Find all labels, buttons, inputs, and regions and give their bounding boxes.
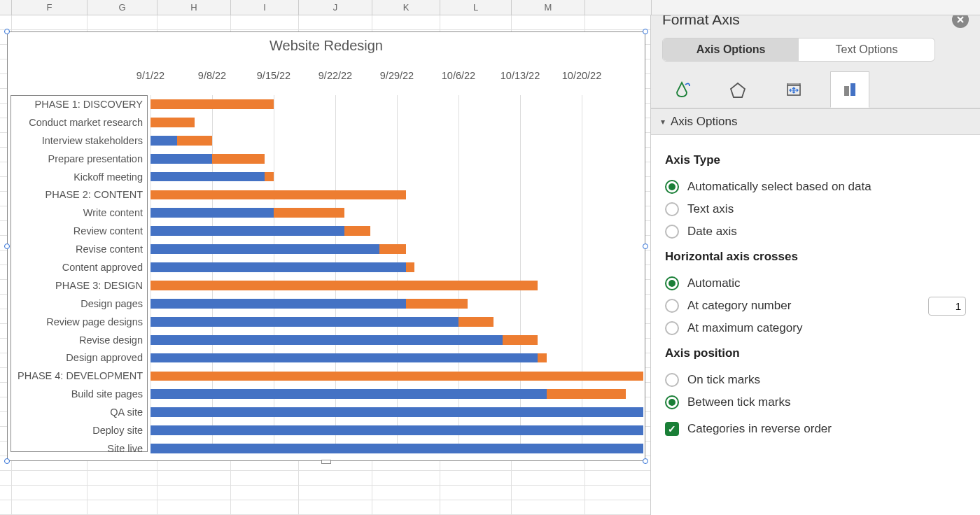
x-axis-label[interactable]: 9/22/22 — [318, 70, 352, 81]
bar-row[interactable] — [150, 258, 642, 276]
x-axis-label[interactable]: 10/6/22 — [442, 70, 475, 81]
radio-axis-type-auto[interactable]: Automatically select based on data — [665, 176, 966, 198]
radio-label: Text axis — [687, 202, 734, 216]
axis-option-icon-tabs — [662, 71, 969, 108]
effects-icon[interactable] — [718, 71, 757, 108]
size-properties-icon[interactable] — [774, 71, 813, 108]
radio-icon — [665, 395, 679, 409]
radio-icon — [665, 180, 679, 194]
resize-handle-tl[interactable] — [4, 29, 10, 34]
x-axis-label[interactable]: 9/8/22 — [198, 70, 226, 81]
bar-row[interactable] — [150, 240, 642, 258]
category-label[interactable]: Design pages — [11, 295, 147, 313]
bar-row[interactable] — [150, 349, 642, 367]
bar-row[interactable] — [150, 421, 642, 439]
column-header[interactable]: M — [512, 0, 585, 15]
category-label[interactable]: Design approved — [11, 349, 147, 367]
column-header[interactable]: I — [231, 0, 299, 15]
bar-row[interactable] — [150, 313, 642, 331]
category-label[interactable]: PHASE 4: DEVELOPMENT — [11, 367, 147, 386]
resize-handle-mr[interactable] — [643, 244, 648, 249]
value-axis[interactable]: 9/1/229/8/229/15/229/22/229/29/2210/6/22… — [150, 66, 642, 95]
bar-row[interactable] — [150, 222, 642, 240]
category-label[interactable]: Conduct market research — [11, 114, 147, 132]
radio-axis-type-text[interactable]: Text axis — [665, 198, 966, 220]
bar-row[interactable] — [150, 439, 642, 458]
category-label[interactable]: Revise content — [11, 241, 147, 259]
category-axis[interactable]: PHASE 1: DISCOVERYConduct market researc… — [10, 95, 148, 452]
category-label[interactable]: PHASE 1: DISCOVERY — [11, 96, 147, 114]
section-axis-options-body: Axis Type Automatically select based on … — [651, 135, 980, 449]
radio-axis-type-date[interactable]: Date axis — [665, 220, 966, 243]
column-header[interactable]: H — [158, 0, 231, 15]
bar-row[interactable] — [150, 150, 642, 168]
bar-row[interactable] — [150, 295, 642, 313]
column-header[interactable]: J — [299, 0, 372, 15]
plot-grid — [150, 95, 642, 452]
crosses-title: Horizontal axis crosses — [665, 250, 966, 264]
crosses-catnum-input[interactable] — [928, 297, 966, 316]
checkbox-cat-reverse[interactable]: ✓ Categories in reverse order — [665, 418, 966, 440]
x-axis-label[interactable]: 9/1/22 — [136, 70, 164, 81]
category-label[interactable]: Revise design — [11, 332, 147, 350]
bar-row[interactable] — [150, 204, 642, 222]
bar-row[interactable] — [150, 95, 642, 113]
category-label[interactable]: PHASE 2: CONTENT — [11, 186, 147, 204]
radio-crosses-max[interactable]: At maximum category — [665, 317, 966, 339]
bar-row[interactable] — [150, 113, 642, 132]
x-axis-label[interactable]: 10/13/22 — [500, 70, 540, 81]
tab-text-options[interactable]: Text Options — [799, 38, 934, 61]
category-label[interactable]: PHASE 3: DESIGN — [11, 277, 147, 295]
bar-row[interactable] — [150, 186, 642, 204]
category-label[interactable]: Deploy site — [11, 422, 147, 440]
radio-crosses-auto[interactable]: Automatic — [665, 272, 966, 295]
bar-row[interactable] — [150, 385, 642, 403]
radio-axispos-between[interactable]: Between tick marks — [665, 391, 966, 414]
x-axis-label[interactable]: 9/29/22 — [380, 70, 414, 81]
bar-row[interactable] — [150, 331, 642, 349]
chart-object[interactable]: Website Redesign PHASE 1: DISCOVERYCondu… — [7, 31, 645, 461]
category-label[interactable]: Prepare presentation — [11, 150, 147, 169]
bar-row[interactable] — [150, 132, 642, 150]
category-label[interactable]: Content approved — [11, 259, 147, 277]
resize-handle-bottom[interactable] — [321, 460, 331, 464]
x-axis-label[interactable]: 10/20/22 — [562, 70, 601, 81]
category-label[interactable]: Kickoff meeting — [11, 169, 147, 187]
axis-type-title: Axis Type — [665, 153, 966, 167]
category-label[interactable]: Interview stakeholders — [11, 132, 147, 150]
category-label[interactable]: Build site pages — [11, 386, 147, 404]
category-label[interactable]: Review content — [11, 223, 147, 241]
column-header[interactable]: K — [372, 0, 440, 15]
bar-row[interactable] — [150, 403, 642, 421]
svg-rect-3 — [850, 83, 855, 96]
category-label[interactable]: QA site — [11, 404, 147, 422]
fill-line-icon[interactable] — [662, 71, 701, 108]
resize-handle-ml[interactable] — [4, 244, 10, 249]
radio-axispos-ontick[interactable]: On tick marks — [665, 369, 966, 391]
section-axis-options-header[interactable]: ▾ Axis Options — [651, 108, 980, 135]
bar-row[interactable] — [150, 168, 642, 186]
axis-options-icon[interactable] — [830, 71, 869, 108]
chart-title[interactable]: Website Redesign — [8, 32, 645, 57]
resize-handle-br[interactable] — [643, 458, 648, 464]
bar-row[interactable] — [150, 276, 642, 295]
category-label[interactable]: Review page designs — [11, 313, 147, 332]
radio-crosses-catnum[interactable]: At category number — [665, 295, 928, 317]
category-label[interactable]: Site live — [11, 440, 147, 458]
radio-label: At maximum category — [687, 321, 802, 335]
checkbox-icon: ✓ — [665, 422, 679, 436]
category-label[interactable]: Write content — [11, 204, 147, 223]
column-header[interactable]: F — [12, 0, 88, 15]
column-header[interactable] — [585, 0, 652, 15]
radio-label: Between tick marks — [687, 395, 790, 409]
column-header[interactable]: G — [88, 0, 158, 15]
panel-header: Format Axis Axis Options Text Options — [651, 0, 980, 108]
x-axis-label[interactable]: 9/15/22 — [257, 70, 290, 81]
column-header[interactable]: L — [440, 0, 512, 15]
resize-handle-tr[interactable] — [643, 29, 648, 34]
tab-axis-options[interactable]: Axis Options — [663, 38, 799, 61]
radio-icon — [665, 321, 679, 335]
plot-area[interactable]: 9/1/229/8/229/15/229/22/229/29/2210/6/22… — [150, 66, 642, 456]
bar-row[interactable] — [150, 367, 642, 386]
resize-handle-bl[interactable] — [4, 458, 10, 464]
